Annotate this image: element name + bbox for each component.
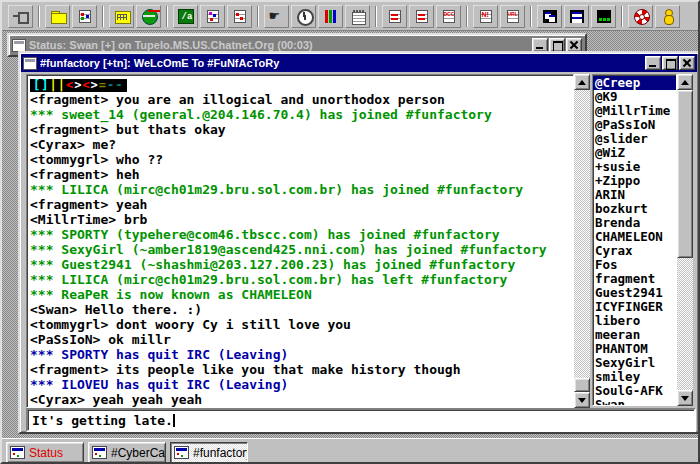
nicklist-scrollbar-track[interactable]	[677, 90, 693, 390]
chat-message: <fragment> but thats okay	[30, 122, 573, 137]
chat-scrollbar[interactable]	[574, 74, 590, 408]
chat-message: <MillrTime> brb	[30, 212, 573, 227]
message-input[interactable]: It's getting late.	[26, 408, 696, 432]
scroll-up-icon[interactable]	[677, 74, 693, 90]
close-icon[interactable]	[679, 56, 695, 70]
connect-icon[interactable]	[8, 5, 33, 28]
channel-window: #funfactory [+tn]: WeLcOmE To #FuNfAcToR…	[18, 51, 700, 434]
nick-list: @Creep@K9@MillrTime@PaSsIoN@slider@WiZ+s…	[592, 74, 677, 406]
icon-art	[633, 9, 649, 24]
script-channel-icon[interactable]	[409, 5, 434, 28]
nick-item[interactable]: Fos	[595, 258, 676, 272]
icon-art	[269, 9, 285, 24]
nick-item[interactable]: ICYFINGER	[595, 300, 676, 314]
page-glyph	[416, 10, 428, 23]
colors-icon[interactable]	[318, 5, 343, 28]
icon-art	[296, 9, 312, 24]
nick-item[interactable]: SoulG-AFK	[595, 384, 676, 398]
icon-art	[569, 9, 585, 24]
nick-item[interactable]: libero	[595, 314, 676, 328]
block-glyph	[597, 10, 611, 23]
icon-art	[350, 9, 366, 24]
mdi-workspace: Status: Swan [+] on Tupelo.MS.US.Chatnet…	[2, 31, 698, 438]
nick-item[interactable]: @slider	[595, 132, 676, 146]
notify-icon[interactable]	[473, 5, 498, 28]
switchbar-button-status[interactable]: Status	[6, 442, 84, 463]
banner-segment: <	[66, 78, 74, 92]
toolbar-separator	[166, 6, 168, 27]
chat-message: *** LILICA (mirc@ch01m29.bru.sol.com.br)…	[30, 272, 573, 287]
nick-item[interactable]: @PaSsIoN	[595, 118, 676, 132]
scroll-up-icon[interactable]	[574, 74, 590, 90]
page-glyph	[443, 10, 455, 23]
chat-message: <fragment> you are an illogical and unor…	[30, 92, 573, 107]
toolbar	[2, 2, 698, 31]
chat-message: <Cyrax> me?	[30, 137, 573, 152]
script-status-icon[interactable]	[382, 5, 407, 28]
popups-icon[interactable]	[200, 5, 225, 28]
url-list-icon[interactable]	[500, 5, 525, 28]
nick-item[interactable]: Guest2941	[595, 286, 676, 300]
clock-icon[interactable]	[291, 5, 316, 28]
switchbar-button-label: #funfactory	[193, 446, 248, 460]
nicklist-scrollbar[interactable]	[677, 74, 693, 406]
nick-item[interactable]: Swan	[595, 398, 676, 406]
dcc-icon[interactable]	[436, 5, 461, 28]
chat-message: <tommygrl> dont woory Cy i still love yo…	[30, 317, 573, 332]
nick-item[interactable]: Cyrax	[595, 244, 676, 258]
icon-art	[478, 9, 494, 24]
toolbar-separator	[257, 6, 259, 27]
nick-item[interactable]: @Creep	[593, 76, 676, 90]
nick-item[interactable]: SexyGirl	[595, 356, 676, 370]
nick-item[interactable]: bozkurt	[595, 202, 676, 216]
mirc-guy-icon[interactable]	[655, 5, 680, 28]
message-input-value: It's getting late.	[32, 413, 173, 428]
chat-scrollbar-track[interactable]	[574, 90, 590, 392]
scroll-down-icon[interactable]	[574, 392, 590, 408]
close-icon[interactable]	[566, 38, 582, 52]
tile-icon[interactable]	[564, 5, 589, 28]
nicklist-scrollbar-thumb[interactable]	[677, 90, 693, 258]
minimize-icon[interactable]	[645, 56, 661, 70]
icon-art	[441, 9, 457, 24]
channel-titlebar[interactable]: #funfactory [+tn]: WeLcOmE To #FuNfAcToR…	[21, 54, 697, 72]
chat-message: *** SPORTY (typehere@com46.tbscc.com) ha…	[30, 227, 573, 242]
nick-item[interactable]: smiley	[595, 370, 676, 384]
banner-segment: --	[107, 78, 123, 92]
nick-item[interactable]: Brenda	[595, 216, 676, 230]
arrange-icons-icon[interactable]	[591, 5, 616, 28]
notepad-icon[interactable]	[345, 5, 370, 28]
nick-item[interactable]: +susie	[595, 160, 676, 174]
chat-message: *** ReaPeR is now known as CHAMELEON	[30, 287, 573, 302]
switchbar-button-funfactory[interactable]: #funfactory	[170, 442, 248, 463]
finger-icon[interactable]	[264, 5, 289, 28]
nick-item[interactable]: ARIN	[595, 188, 676, 202]
aliases-icon[interactable]	[173, 5, 198, 28]
chat-scrollbar-thumb[interactable]	[574, 378, 590, 392]
folder-icon[interactable]	[45, 5, 70, 28]
nick-item[interactable]: PHANTOM	[595, 342, 676, 356]
switchbar-button-cybercafe[interactable]: #CyberCafe	[88, 442, 166, 463]
window-switchbar: Status#CyberCafe#funfactory	[2, 438, 698, 464]
channel-list-icon[interactable]	[136, 5, 161, 28]
help-icon[interactable]	[628, 5, 653, 28]
remote-icon[interactable]	[227, 5, 252, 28]
chat-message: <fragment> heh	[30, 167, 573, 182]
nick-item[interactable]: @MillrTime	[595, 104, 676, 118]
nick-item[interactable]: @K9	[595, 90, 676, 104]
cascade-icon[interactable]	[537, 5, 562, 28]
chat-message: *** Guest2941 (~shashmi@203.127.200.23) …	[30, 257, 573, 272]
nick-item[interactable]: +Zippo	[595, 174, 676, 188]
maximize-icon[interactable]	[549, 38, 565, 52]
nick-item[interactable]: fragment	[595, 272, 676, 286]
chat-message: *** sweet_14 (general.@204.146.70.4) has…	[30, 107, 573, 122]
options-icon[interactable]	[72, 5, 97, 28]
maximize-icon[interactable]	[662, 56, 678, 70]
nick-item[interactable]: CHAMELEON	[595, 230, 676, 244]
icon-art	[414, 9, 430, 24]
channels-icon[interactable]	[109, 5, 134, 28]
minimize-icon[interactable]	[532, 38, 548, 52]
nick-item[interactable]: meeran	[595, 328, 676, 342]
scroll-down-icon[interactable]	[677, 390, 693, 406]
nick-item[interactable]: @WiZ	[595, 146, 676, 160]
